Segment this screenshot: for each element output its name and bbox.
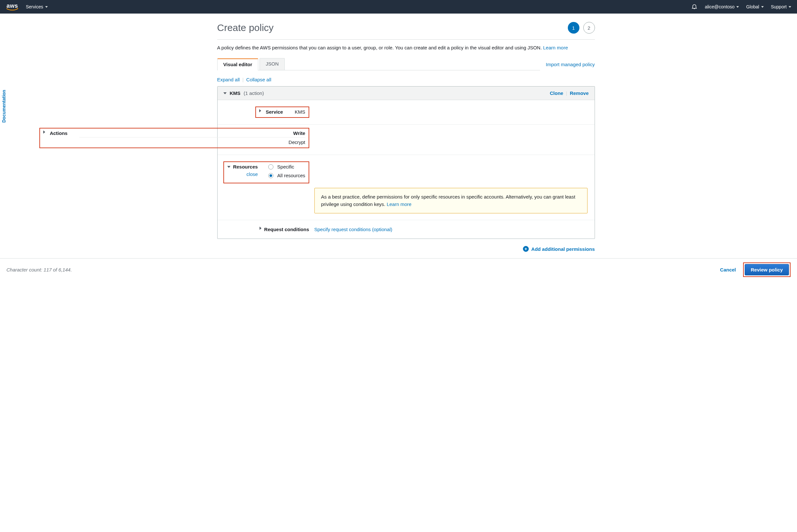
highlight-service: Service KMS <box>255 107 309 118</box>
actions-section: Actions Write Decrypt <box>217 125 594 155</box>
caret-down-icon <box>45 6 48 8</box>
clone-link[interactable]: Clone <box>550 90 563 96</box>
footer-actions: Cancel Review policy <box>720 263 791 277</box>
step-indicator: 1 2 <box>568 22 595 34</box>
service-section: Service KMS <box>217 100 594 125</box>
chevron-right-icon <box>259 109 261 112</box>
review-policy-button[interactable]: Review policy <box>745 264 789 276</box>
main-content: Create policy 1 2 A policy defines the A… <box>208 14 605 252</box>
request-conditions-label-col: Request conditions <box>217 227 315 232</box>
region-menu[interactable]: Global <box>746 4 763 10</box>
request-conditions-link[interactable]: Specify request conditions (optional) <box>315 227 393 232</box>
resources-section: Resources close Specific <box>217 155 594 220</box>
best-practice-warning: As a best practice, define permissions f… <box>315 188 588 213</box>
divider <box>217 39 595 40</box>
permission-block-header-right: Clone | Remove <box>550 90 588 96</box>
page-header: Create policy 1 2 <box>217 22 595 34</box>
divider-pipe: | <box>242 77 244 82</box>
tab-json[interactable]: JSON <box>260 58 285 70</box>
radio-all-label: All resources <box>277 173 305 178</box>
add-additional-permissions-label: Add additional permissions <box>531 246 595 252</box>
documentation-tab[interactable]: Documentation <box>1 90 6 123</box>
collapse-all-link[interactable]: Collapse all <box>246 77 271 82</box>
warning-learn-more-link[interactable]: Learn more <box>387 202 412 207</box>
caret-down-icon <box>789 6 791 8</box>
region-label: Global <box>746 4 759 10</box>
caret-down-icon <box>761 6 764 8</box>
intro-text: A policy defines the AWS permissions tha… <box>217 44 595 51</box>
permission-block-header[interactable]: KMS (1 action) Clone | Remove <box>217 87 594 100</box>
highlight-actions: Actions Write Decrypt <box>39 128 309 148</box>
permission-block: KMS (1 action) Clone | Remove Service KM… <box>217 86 595 239</box>
radio-selected-icon <box>268 173 273 178</box>
resources-close-link[interactable]: close <box>247 171 258 177</box>
step-2[interactable]: 2 <box>583 22 595 34</box>
permission-service-name: KMS <box>230 90 241 96</box>
chevron-down-icon <box>223 92 227 94</box>
permission-action-count: (1 action) <box>244 90 264 96</box>
tab-visual-editor[interactable]: Visual editor <box>217 58 259 70</box>
caret-down-icon <box>736 6 739 8</box>
documentation-label: Documentation <box>1 90 6 123</box>
service-label[interactable]: Service <box>266 109 283 115</box>
chevron-down-icon <box>227 166 230 168</box>
account-menu[interactable]: alice@contoso <box>705 4 739 10</box>
highlight-resources: Resources close Specific <box>223 162 309 183</box>
services-label: Services <box>26 4 43 10</box>
top-nav: aws Services alice@contoso Global Suppor… <box>0 0 797 14</box>
character-count: Character count: 117 of 6,144. <box>6 267 72 272</box>
resources-label[interactable]: Resources <box>233 164 258 170</box>
warning-text: As a best practice, define permissions f… <box>321 194 575 207</box>
radio-specific-label: Specific <box>277 164 295 170</box>
support-label: Support <box>771 4 787 10</box>
plus-circle-icon: + <box>523 246 529 252</box>
highlight-review-policy: Review policy <box>743 263 791 277</box>
account-label: alice@contoso <box>705 4 734 10</box>
intro-learn-more-link[interactable]: Learn more <box>543 45 568 50</box>
remove-link[interactable]: Remove <box>570 90 588 96</box>
aws-smile-icon <box>6 8 19 11</box>
top-nav-left: aws Services <box>6 3 48 11</box>
actions-item-decrypt: Decrypt <box>79 137 305 145</box>
aws-logo[interactable]: aws <box>6 3 19 11</box>
import-managed-policy-link[interactable]: Import managed policy <box>546 62 595 67</box>
permission-block-header-left: KMS (1 action) <box>223 90 264 96</box>
page-title: Create policy <box>217 22 274 33</box>
actions-label[interactable]: Actions <box>50 130 68 136</box>
divider-pipe: | <box>566 90 567 96</box>
top-nav-right: alice@contoso Global Support <box>691 3 791 11</box>
footer: Character count: 117 of 6,144. Cancel Re… <box>0 258 797 281</box>
radio-specific[interactable]: Specific <box>268 164 305 170</box>
request-conditions-label[interactable]: Request conditions <box>264 227 309 232</box>
actions-group-write: Write <box>79 130 305 137</box>
step-1[interactable]: 1 <box>568 22 580 34</box>
service-value: KMS <box>295 109 305 115</box>
chevron-right-icon <box>260 227 262 230</box>
services-menu[interactable]: Services <box>26 4 48 10</box>
intro-body: A policy defines the AWS permissions tha… <box>217 45 543 50</box>
support-menu[interactable]: Support <box>771 4 791 10</box>
actions-label-col: Actions Write Decrypt <box>217 128 315 148</box>
add-additional-permissions[interactable]: + Add additional permissions <box>217 246 595 252</box>
expand-collapse-row: Expand all | Collapse all <box>217 77 595 82</box>
request-conditions-section: Request conditions Specify request condi… <box>217 220 594 239</box>
radio-icon <box>268 164 273 170</box>
radio-all-resources[interactable]: All resources <box>268 173 305 178</box>
cancel-button[interactable]: Cancel <box>720 267 736 272</box>
chevron-right-icon <box>43 130 45 134</box>
notifications-icon[interactable] <box>691 3 698 11</box>
expand-all-link[interactable]: Expand all <box>217 77 240 82</box>
editor-tabs-row: Visual editor JSON Import managed policy <box>217 58 595 70</box>
editor-tabs: Visual editor JSON <box>217 58 540 70</box>
resources-label-col: Resources close Specific <box>217 162 315 183</box>
service-label-col: Service KMS <box>217 107 315 118</box>
